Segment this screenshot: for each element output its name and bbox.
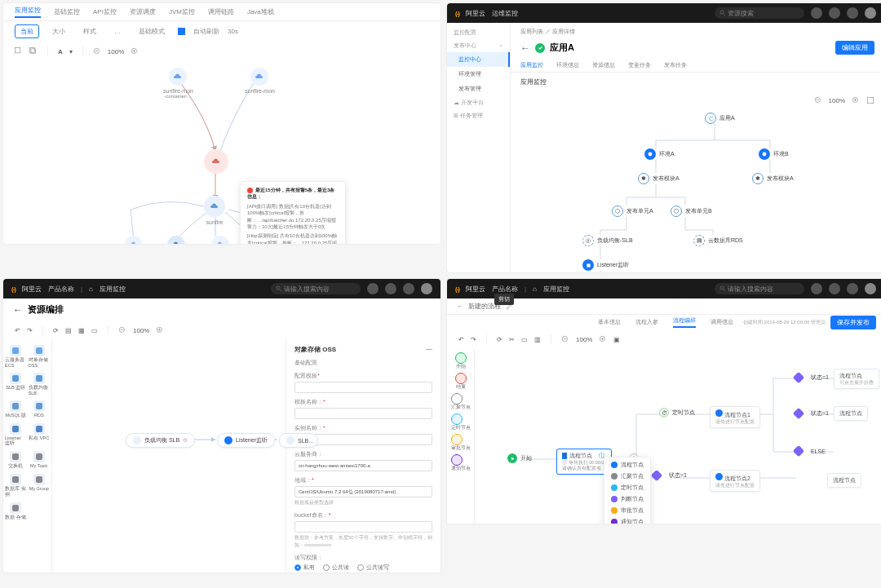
sidebar-item-dev[interactable]: ☁ 开发平台 [447, 96, 510, 109]
cut-icon[interactable]: ✂ [509, 336, 515, 343]
condition-node[interactable]: 状态=1 [795, 409, 829, 418]
process-node[interactable]: 流程节点 [834, 406, 868, 421]
condition-node[interactable]: 状态=1 [795, 374, 829, 382]
timer-node[interactable]: ⏱定时节点 [659, 408, 695, 418]
zoom-out-icon[interactable] [814, 96, 822, 104]
home-icon[interactable]: ⌂ [533, 285, 537, 293]
process-node[interactable]: 流程节点1请先进行节点配置 [710, 406, 760, 428]
bucket-input[interactable] [294, 521, 432, 533]
notif-icon[interactable] [367, 283, 379, 294]
tree-pubgroup[interactable]: ✱发布模块A [752, 173, 794, 184]
topology-canvas[interactable]: sunfire-mon -container-… sunfire-mon sun… [3, 61, 440, 244]
radio-public-rw[interactable]: 公共读写 [357, 564, 389, 572]
home-icon[interactable]: ⌂ [89, 285, 93, 293]
dropdown-icon[interactable]: ▾ [69, 48, 73, 55]
wtab-orch[interactable]: 流程编排 [673, 316, 696, 328]
auto-refresh-checkbox[interactable] [178, 28, 185, 35]
zoom-out-icon[interactable] [118, 326, 126, 334]
filter-style[interactable]: 样式 [78, 25, 101, 38]
refresh-icon[interactable]: ⟳ [53, 327, 59, 334]
menu-item[interactable]: 判断节点 [604, 493, 650, 505]
redo-icon[interactable]: ↷ [471, 336, 476, 343]
select-icon[interactable] [15, 47, 23, 55]
filter-more[interactable]: … [109, 26, 126, 37]
settings-icon[interactable] [403, 283, 414, 294]
notif-icon[interactable] [811, 7, 822, 19]
wtab-invoke[interactable]: 调用信息 [711, 318, 733, 326]
radio-public-read[interactable]: 公共读 [323, 564, 349, 572]
process-node[interactable]: 流程节点2请先进行节点配置 [710, 470, 760, 492]
process-node[interactable]: 流程节点 [827, 473, 861, 488]
sidebar-item-task[interactable]: ⊞ 任务管理 [447, 109, 510, 122]
palette-item[interactable]: My Group [29, 472, 51, 499]
dtab-change[interactable]: 变更任务 [628, 61, 651, 69]
fullscreen-icon[interactable] [866, 96, 874, 104]
tree-env[interactable]: 环境A [644, 148, 675, 160]
node-slb2[interactable]: SLB… [279, 433, 318, 448]
zoom-out-icon[interactable] [561, 335, 569, 343]
zoom-in-icon[interactable] [156, 326, 164, 334]
close-icon[interactable]: — [426, 345, 432, 354]
undo-icon[interactable]: ↶ [15, 327, 20, 334]
search-input[interactable]: 资源搜索 [715, 7, 804, 19]
palette-item[interactable]: Listener 监听 [5, 422, 27, 448]
node-slb[interactable]: 负载均衡 SLB⊖ [126, 433, 195, 448]
menu-item[interactable]: 通知节点 [604, 516, 650, 524]
avatar[interactable] [865, 283, 876, 294]
topo-node[interactable]: sunfire [204, 196, 225, 225]
topo-node-alert[interactable] [204, 149, 228, 176]
zoom-in-icon[interactable] [131, 47, 139, 55]
tree-rds[interactable]: ▤云数据库RDS [693, 235, 743, 246]
tab-basic-monitor[interactable]: 基础监控 [54, 7, 80, 16]
tree-unit[interactable]: ⬡发布单元A [612, 206, 653, 217]
palette-item[interactable]: SLB 监听 [5, 371, 27, 397]
dtab-publish[interactable]: 发布任务 [664, 61, 687, 69]
topo-node[interactable]: sunfire-mon [119, 236, 149, 244]
tpl-name-input[interactable] [294, 408, 432, 419]
menu-item[interactable]: 审批节点 [604, 505, 650, 516]
tab-app-monitor[interactable]: 应用监控 [15, 6, 41, 18]
region-select[interactable]: CentOS/Ubuntu 7.2 64位 (2019080717-amd) [294, 486, 432, 497]
sidebar-item-publish-manage[interactable]: 发布管理 [447, 82, 510, 96]
topo-node[interactable]: sunfire-mon -container-… [163, 68, 193, 99]
stencil-item[interactable]: 汇聚节点 [451, 393, 471, 410]
save-icon[interactable]: ▤ [65, 327, 72, 334]
tab-jvm[interactable]: JVM监控 [169, 7, 195, 16]
filter-current[interactable]: 当前 [15, 24, 39, 38]
palette-item[interactable]: RDS [29, 399, 51, 420]
start-node[interactable]: 开始 [507, 453, 532, 463]
dtab-resource[interactable]: 资源信息 [592, 61, 615, 69]
back-icon[interactable]: ← [13, 304, 23, 316]
stencil-item[interactable]: 结束 [455, 373, 467, 390]
back-icon[interactable]: ← [457, 303, 463, 310]
sidebar-item-env-manage[interactable]: 环境管理 [447, 67, 510, 82]
edit-app-button[interactable]: 编辑应用 [835, 41, 874, 55]
topo-node[interactable]: sunfire-mon [245, 68, 275, 94]
menu-item[interactable]: 定时节点 [604, 482, 650, 493]
zoom-in-icon[interactable] [852, 96, 860, 104]
tab-trace[interactable]: 调用链路 [208, 7, 234, 16]
sidebar-item-monitor-center[interactable]: 监控中心 [447, 52, 510, 67]
search-input[interactable]: 请输入搜索内容 [271, 283, 361, 294]
zoom-in-icon[interactable] [599, 335, 607, 343]
palette-item[interactable]: 云服务器 ECS [5, 343, 27, 369]
stencil-item[interactable]: 开始 [455, 352, 467, 369]
tab-resource[interactable]: 资源调度 [130, 7, 156, 16]
filter-basic-mode[interactable]: 基础模式 [134, 25, 170, 38]
palette-item[interactable]: My Topic [29, 449, 51, 471]
topo-node[interactable]: sunfire-mv: [162, 236, 191, 244]
tree-slb[interactable]: ◎负载均衡-SLB [582, 235, 633, 246]
back-icon[interactable]: ← [520, 42, 530, 54]
dtab-env[interactable]: 环境信息 [556, 61, 579, 69]
dtab-monitor[interactable]: 应用监控 [520, 61, 543, 69]
menu-item[interactable]: 流程节点 [604, 459, 650, 471]
undo-icon[interactable]: ↶ [458, 336, 464, 343]
save-publish-button[interactable]: 保存并发布 [830, 316, 876, 329]
help-icon[interactable] [829, 283, 840, 294]
help-icon[interactable] [829, 7, 840, 19]
tab-java[interactable]: Java堆栈 [247, 7, 274, 16]
help-icon[interactable] [385, 283, 396, 294]
grid-icon[interactable]: ▦ [78, 327, 85, 334]
sidebar-section[interactable]: 发布中心⌄ [447, 39, 510, 52]
fit-icon[interactable]: ▣ [613, 336, 620, 343]
